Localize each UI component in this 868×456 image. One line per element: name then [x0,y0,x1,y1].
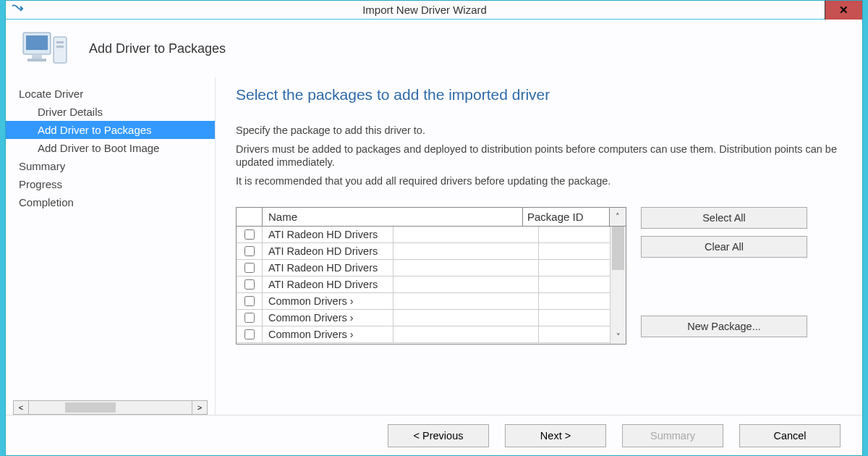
wizard-header: Add Driver to Packages [6,20,862,77]
wizard-step[interactable]: Driver Details [6,103,215,121]
scroll-thumb[interactable] [65,402,116,413]
row-name: ATI Radeon HD Drivers [263,276,539,292]
col-header-check[interactable] [237,208,263,226]
row-checkbox-cell [237,243,263,259]
steps-sidebar: Locate DriverDriver DetailsAdd Driver to… [6,77,216,415]
clear-all-button[interactable]: Clear All [641,236,807,258]
content-desc-2: Drivers must be added to packages and de… [236,143,842,169]
app-icon [10,3,25,17]
scroll-track[interactable] [29,400,192,415]
select-all-button[interactable]: Select All [641,207,807,229]
row-checkbox-cell [237,326,263,342]
table-row[interactable]: ATI Radeon HD Drivers [237,227,626,243]
table-row[interactable]: Common Drivers › [237,293,626,310]
row-name: ATI Radeon HD Drivers [263,260,539,276]
wizard-step[interactable]: Add Driver to Boot Image [6,139,215,157]
svg-rect-3 [27,59,46,62]
scroll-down-button[interactable]: ˅ [610,329,626,344]
close-icon: ✕ [839,4,848,17]
table-row[interactable]: Common Drivers › [237,310,626,326]
grid-header: Name Package ID ˄ [237,208,626,227]
row-name: Common Drivers › [263,310,539,326]
table-row[interactable]: Common Drivers › [237,326,626,343]
wizard-step[interactable]: Completion [6,193,215,211]
wizard-footer: < Previous Next > Summary Cancel [6,415,862,455]
row-checkbox[interactable] [244,229,255,240]
content-desc-3: It is recommended that you add all requi… [236,174,842,187]
row-checkbox-cell [237,276,263,292]
package-table-area: Name Package ID ˄ ATI Radeon HD DriversA… [236,207,842,345]
wizard-step[interactable]: Locate Driver [6,85,215,103]
grid-body: ATI Radeon HD DriversATI Radeon HD Drive… [237,227,626,344]
row-checkbox[interactable] [244,313,255,323]
table-row[interactable]: ATI Radeon HD Drivers [237,243,626,260]
wizard-window: Import New Driver Wizard ✕ Add Driver to… [5,0,863,456]
content-desc-1: Specify the package to add this driver t… [236,124,842,137]
row-checkbox[interactable] [244,246,255,256]
next-button[interactable]: Next > [505,424,606,447]
row-name: ATI Radeon HD Drivers [263,227,539,242]
scroll-up-button[interactable]: ˄ [610,208,626,226]
spacer [641,265,807,316]
svg-rect-1 [26,35,48,50]
vscroll-thumb[interactable] [612,227,624,270]
table-row[interactable]: ATI Radeon HD Drivers [237,260,626,276]
content-title: Select the packages to add the imported … [236,86,842,104]
computer-icon [20,27,71,70]
row-name: ATI Radeon HD Drivers [263,243,539,259]
wizard-step[interactable]: Add Driver to Packages [6,121,215,139]
close-button[interactable]: ✕ [825,1,862,20]
row-name: Common Drivers › [263,293,539,309]
package-grid: Name Package ID ˄ ATI Radeon HD DriversA… [236,207,626,345]
scroll-right-button[interactable]: > [192,400,208,415]
scroll-left-button[interactable]: < [13,400,29,415]
col-header-name[interactable]: Name [263,208,523,226]
wizard-step[interactable]: Summary [6,157,215,175]
table-row[interactable]: ATI Radeon HD Drivers [237,276,626,293]
svg-rect-5 [56,41,64,43]
svg-rect-4 [54,37,67,63]
window-title: Import New Driver Wizard [25,4,825,16]
row-checkbox[interactable] [244,329,255,339]
new-package-button[interactable]: New Package... [641,316,807,337]
summary-button: Summary [622,424,723,447]
col-header-packageid[interactable]: Package ID [523,208,610,226]
side-button-column: Select All Clear All New Package... [641,207,807,345]
svg-rect-2 [32,54,42,59]
row-checkbox[interactable] [244,279,255,290]
svg-rect-6 [56,46,64,48]
titlebar: Import New Driver Wizard ✕ [6,1,862,20]
row-checkbox-cell [237,293,263,309]
page-title: Add Driver to Packages [89,41,226,56]
vscroll-track[interactable] [610,227,626,329]
wizard-body: Locate DriverDriver DetailsAdd Driver to… [6,77,862,415]
sidebar-scrollbar[interactable]: < > [13,400,208,415]
row-name: Common Drivers › [263,326,539,342]
row-checkbox[interactable] [244,296,255,306]
row-checkbox[interactable] [244,263,255,273]
grid-vscrollbar[interactable]: ˅ [610,227,626,344]
row-checkbox-cell [237,227,263,242]
row-checkbox-cell [237,310,263,326]
cancel-button[interactable]: Cancel [739,424,841,447]
row-checkbox-cell [237,260,263,276]
content-pane: Select the packages to add the imported … [216,77,862,415]
wizard-step[interactable]: Progress [6,175,215,193]
previous-button[interactable]: < Previous [388,424,489,447]
